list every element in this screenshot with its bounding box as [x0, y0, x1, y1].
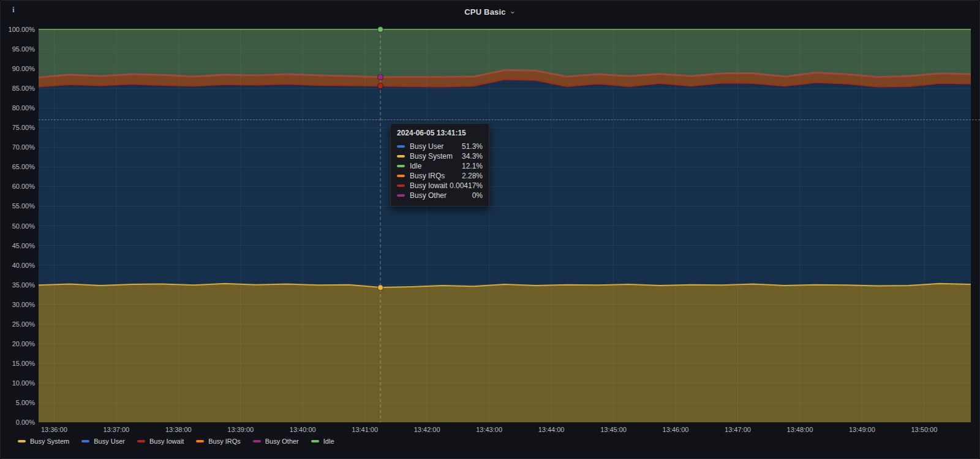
- legend-label: Busy System: [30, 438, 69, 445]
- tooltip-row: Busy Iowait0.00417%: [397, 181, 483, 191]
- tooltip-row: Idle12.1%: [397, 161, 483, 171]
- tooltip-row: Busy IRQs2.28%: [397, 171, 483, 181]
- legend-item-busy-user[interactable]: Busy User: [81, 438, 125, 445]
- legend-item-busy-iowait[interactable]: Busy Iowait: [137, 438, 184, 445]
- chart-plot-area[interactable]: [39, 29, 971, 422]
- x-axis-tick-label: 13:41:00: [339, 426, 391, 433]
- y-axis-tick-label: 70.00%: [1, 143, 35, 151]
- x-axis-tick-label: 13:36:00: [28, 426, 80, 433]
- tooltip-series-value: 0.00417%: [450, 181, 483, 190]
- stacked-area-chart[interactable]: [39, 29, 971, 422]
- y-axis-tick-label: 45.00%: [1, 241, 35, 250]
- series-color-swatch: [397, 165, 405, 167]
- series-color-swatch: [397, 175, 405, 177]
- tooltip-series-label: Busy IRQs: [410, 172, 445, 180]
- x-axis-tick-label: 13:37:00: [91, 426, 142, 433]
- x-axis-tick-label: 13:44:00: [526, 426, 577, 433]
- legend-color-swatch: [311, 440, 319, 442]
- legend-label: Idle: [323, 438, 334, 445]
- legend-color-swatch: [137, 440, 145, 442]
- x-axis-tick-label: 13:39:00: [215, 426, 266, 433]
- x-axis-tick-label: 13:43:00: [464, 426, 515, 433]
- series-color-swatch: [397, 155, 405, 157]
- legend-item-busy-other[interactable]: Busy Other: [253, 438, 299, 445]
- y-axis-tick-label: 65.00%: [1, 162, 35, 171]
- legend-color-swatch: [196, 440, 204, 442]
- tooltip-row: Busy Other0%: [397, 191, 483, 200]
- y-axis-tick-label: 75.00%: [1, 123, 35, 132]
- y-axis-tick-label: 90.00%: [1, 64, 35, 73]
- x-axis-tick-label: 13:47:00: [712, 426, 764, 433]
- panel-header[interactable]: CPU Basic ⌄: [1, 1, 979, 23]
- tooltip-series-label: Busy Iowait: [410, 181, 447, 190]
- legend-item-busy-system[interactable]: Busy System: [18, 438, 69, 445]
- legend-color-swatch: [81, 440, 89, 442]
- y-axis-tick-label: 60.00%: [1, 182, 35, 191]
- grafana-panel: i CPU Basic ⌄ 100.00%95.00%90.00%85.00%8…: [0, 0, 980, 459]
- y-axis-tick-label: 5.00%: [1, 398, 35, 407]
- legend-label: Busy IRQs: [208, 438, 241, 445]
- series-color-swatch: [397, 145, 405, 148]
- y-axis-tick-label: 85.00%: [1, 84, 35, 93]
- tooltip-series-label: Busy Other: [410, 191, 447, 200]
- legend-color-swatch: [253, 440, 261, 442]
- x-axis-tick-label: 13:42:00: [401, 426, 453, 433]
- x-axis-tick-label: 13:48:00: [774, 426, 826, 433]
- tooltip-row: Busy User51.3%: [397, 142, 483, 151]
- y-axis-tick-label: 20.00%: [1, 340, 35, 348]
- y-axis-tick-label: 25.00%: [1, 320, 35, 328]
- y-axis-tick-label: 35.00%: [1, 281, 35, 289]
- y-axis-tick-label: 80.00%: [1, 104, 35, 112]
- y-axis-tick-label: 10.00%: [1, 379, 35, 387]
- tooltip-series-label: Idle: [410, 162, 421, 170]
- y-axis-tick-label: 55.00%: [1, 202, 35, 210]
- x-axis-tick-label: 13:38:00: [153, 426, 204, 433]
- panel-title[interactable]: CPU Basic: [464, 7, 506, 17]
- legend-label: Busy User: [94, 438, 125, 445]
- legend-label: Busy Iowait: [149, 438, 184, 445]
- y-axis-tick-label: 0.00%: [1, 418, 35, 427]
- series-color-swatch: [397, 194, 405, 197]
- y-axis-tick-label: 95.00%: [1, 45, 35, 53]
- legend-color-swatch: [18, 440, 26, 442]
- x-axis-tick-label: 13:40:00: [277, 426, 328, 433]
- tooltip-series-value: 12.1%: [462, 162, 483, 170]
- series-color-swatch: [397, 184, 405, 187]
- tooltip-row: Busy System34.3%: [397, 151, 483, 161]
- legend-item-busy-irqs[interactable]: Busy IRQs: [196, 438, 241, 445]
- tooltip-series-label: Busy User: [410, 142, 443, 151]
- hover-point: [378, 83, 383, 89]
- x-axis-tick-label: 13:45:00: [588, 426, 639, 433]
- tooltip-series-value: 34.3%: [462, 152, 483, 161]
- tooltip-series-label: Busy System: [410, 152, 453, 161]
- tooltip-series-value: 0%: [472, 191, 483, 200]
- hover-point: [378, 285, 383, 290]
- chart-legend: Busy SystemBusy UserBusy IowaitBusy IRQs…: [18, 438, 347, 445]
- hover-point: [378, 74, 383, 80]
- tooltip-timestamp: 2024-06-05 13:41:15: [397, 129, 483, 137]
- x-axis-tick-label: 13:50:00: [899, 426, 950, 433]
- x-axis-tick-label: 13:46:00: [650, 426, 701, 433]
- x-axis-tick-label: 13:49:00: [836, 426, 888, 433]
- y-axis-tick-label: 40.00%: [1, 261, 35, 270]
- legend-label: Busy Other: [265, 438, 299, 445]
- chevron-down-icon: ⌄: [510, 7, 516, 15]
- hover-point: [378, 27, 383, 32]
- tooltip-series-value: 2.28%: [462, 172, 483, 180]
- y-axis-tick-label: 100.00%: [1, 25, 35, 34]
- y-axis-tick-label: 50.00%: [1, 222, 35, 230]
- chart-tooltip: 2024-06-05 13:41:15 Busy User51.3%Busy S…: [390, 123, 489, 207]
- y-axis-tick-label: 30.00%: [1, 300, 35, 309]
- legend-item-idle[interactable]: Idle: [311, 438, 334, 445]
- tooltip-series-value: 51.3%: [462, 142, 483, 151]
- y-axis-tick-label: 15.00%: [1, 359, 35, 368]
